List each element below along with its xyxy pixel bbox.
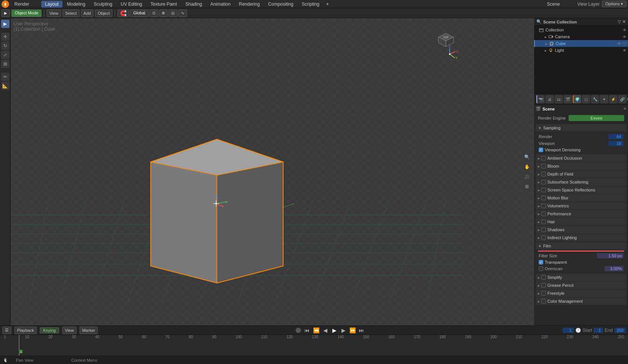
current-frame-display[interactable]: 1 xyxy=(563,328,574,333)
playback-menu[interactable]: Playback xyxy=(14,327,37,334)
section-checkbox-2[interactable] xyxy=(541,172,546,176)
workspace-tab-scripting[interactable]: Scripting xyxy=(298,1,323,8)
camera-view-btn[interactable]: 🎥 xyxy=(523,173,531,181)
viewport-denoising-checkbox[interactable] xyxy=(539,148,543,152)
modifier-props-icon[interactable]: 🔧 xyxy=(591,95,599,103)
physics-icon[interactable]: ⚡ xyxy=(609,95,617,103)
snap-icon[interactable]: 🧲 xyxy=(117,9,129,17)
play-btn[interactable]: ▶ xyxy=(331,327,337,333)
after-section-checkbox-3[interactable] xyxy=(541,299,546,303)
section-checkbox-5[interactable] xyxy=(541,196,546,200)
annotate-tool[interactable]: ✏ xyxy=(1,73,9,81)
render-value[interactable]: 64 xyxy=(608,134,623,139)
after-section-color-management[interactable]: ▸Color Management xyxy=(536,297,626,305)
section-screen-space-reflections[interactable]: ▸Screen Space Reflections xyxy=(536,186,626,194)
keying-menu[interactable]: Keying xyxy=(40,327,59,333)
jump-start-btn[interactable]: ⏮ xyxy=(304,327,310,333)
filter-size-value[interactable]: 1.50 px xyxy=(597,253,623,258)
object-menu[interactable]: Object xyxy=(95,9,112,17)
transform-tool[interactable]: ⊞ xyxy=(1,60,9,68)
view-layer-icon[interactable]: 🗂 xyxy=(555,95,563,103)
workspace-tab-animation[interactable]: Animation xyxy=(207,1,234,8)
constraints-icon[interactable]: 🔗 xyxy=(618,95,626,103)
workspace-tab-compositing[interactable]: Compositing xyxy=(264,1,297,8)
scene-close-icon[interactable]: ✕ xyxy=(623,106,626,111)
section-ambient-occlusion[interactable]: ▸Ambient Occlusion xyxy=(536,154,626,162)
prev-keyframe-btn[interactable]: ⏪ xyxy=(313,327,319,333)
workspace-tab-layout[interactable]: Layout xyxy=(41,1,62,8)
view-menu[interactable]: View xyxy=(47,9,61,17)
workspace-tab-shading[interactable]: Shading xyxy=(182,1,206,8)
after-section-checkbox-2[interactable] xyxy=(541,291,546,296)
film-section-header[interactable]: ▼ Film xyxy=(536,242,626,250)
overscan-checkbox[interactable] xyxy=(539,266,543,271)
visibility-icon-2[interactable]: 👁 xyxy=(617,42,621,46)
section-checkbox-8[interactable] xyxy=(541,219,546,224)
section-checkbox-0[interactable] xyxy=(541,156,546,160)
select-menu[interactable]: Select xyxy=(62,9,79,17)
end-value[interactable]: 250 xyxy=(614,328,626,333)
add-menu[interactable]: Add xyxy=(81,9,94,17)
next-frame-btn[interactable]: ▶ xyxy=(340,327,346,333)
extras-btn[interactable]: ∿ xyxy=(178,9,187,17)
view-menu-timeline[interactable]: View xyxy=(62,327,76,334)
render-engine-value[interactable]: Eevee xyxy=(569,115,624,121)
section-checkbox-1[interactable] xyxy=(541,164,546,168)
section-shadows[interactable]: ▸Shadows xyxy=(536,226,626,233)
add-workspace-tab[interactable]: + xyxy=(324,1,331,8)
timeline-main[interactable]: 1102030405060708090100110120130140150160… xyxy=(0,335,628,356)
pivot-btn[interactable]: ⊙ xyxy=(150,9,158,17)
overscan-value[interactable]: 3.00% xyxy=(605,266,623,271)
visibility-icon-3[interactable]: 👁 xyxy=(623,48,626,53)
workspace-tab-sculpting[interactable]: Sculpting xyxy=(90,1,116,8)
jump-end-btn[interactable]: ⏭ xyxy=(358,327,365,333)
marker-menu[interactable]: Marker xyxy=(79,327,98,334)
rotate-tool[interactable]: ↻ xyxy=(1,42,9,50)
menu-item-render[interactable]: Render xyxy=(11,1,34,8)
visibility-icon-0[interactable]: 👁 xyxy=(623,28,626,32)
world-props-icon[interactable]: 🌍 xyxy=(573,95,581,103)
measure-tool[interactable]: 📐 xyxy=(1,82,9,90)
object-mode-select[interactable]: Object Mode xyxy=(11,9,42,17)
grid-view-btn[interactable]: ⊞ xyxy=(523,182,531,191)
sampling-section-header[interactable]: ▼ Sampling xyxy=(536,124,626,132)
section-checkbox-7[interactable] xyxy=(541,212,546,216)
section-hair[interactable]: ▸Hair xyxy=(536,218,626,226)
workspace-tab-modeling[interactable]: Modeling xyxy=(63,1,89,8)
start-value[interactable]: 1 xyxy=(594,328,603,333)
outliner-item-0[interactable]: Collection👁 xyxy=(534,26,628,33)
output-props-icon[interactable]: 🖨 xyxy=(545,95,554,103)
section-volumetrics[interactable]: ▸Volumetrics xyxy=(536,202,626,210)
section-checkbox-6[interactable] xyxy=(541,204,546,208)
outliner-item-2[interactable]: ▸Cube👁🛡 xyxy=(534,40,628,47)
transparent-checkbox[interactable] xyxy=(539,260,543,264)
render-props-icon[interactable]: 📷 xyxy=(536,95,545,103)
workspace-tab-uv-editing[interactable]: UV Editing xyxy=(117,1,146,8)
after-section-simplify[interactable]: ▸Simplify xyxy=(536,274,626,281)
outliner-filter-icon[interactable]: ▽ xyxy=(618,19,621,24)
workspace-tab-rendering[interactable]: Rendering xyxy=(235,1,263,8)
mode-indicator-btn[interactable]: ▶ xyxy=(2,9,10,17)
after-section-checkbox-1[interactable] xyxy=(541,283,546,288)
snap-options-btn[interactable]: ⊕ xyxy=(159,9,168,17)
scale-tool[interactable]: ⤢ xyxy=(1,51,9,59)
section-bloom[interactable]: ▸Bloom xyxy=(536,162,626,170)
section-depth-of-field[interactable]: ▸Depth of Field xyxy=(536,170,626,178)
pan-btn[interactable]: ✋ xyxy=(523,163,531,171)
outliner-item-1[interactable]: ▸Camera👁 xyxy=(534,33,628,40)
visibility-icon-1[interactable]: 👁 xyxy=(623,35,626,39)
move-tool[interactable]: ✛ xyxy=(1,33,9,41)
zoom-in-btn[interactable]: 🔍 xyxy=(523,153,531,161)
prev-frame-btn[interactable]: ◀ xyxy=(322,327,328,333)
outliner-item-3[interactable]: ▸Light👁 xyxy=(534,47,628,54)
section-checkbox-10[interactable] xyxy=(541,235,546,240)
after-section-checkbox-0[interactable] xyxy=(541,275,546,280)
timeline-menu-btn[interactable]: ☰ xyxy=(2,327,11,334)
scene-props-icon[interactable]: 🎬 xyxy=(564,95,572,103)
cursor-tool[interactable]: ▶ xyxy=(1,20,9,28)
after-section-grease-pencil[interactable]: ▸Grease Pencil xyxy=(536,282,626,289)
section-motion-blur[interactable]: ▸Motion Blur xyxy=(536,194,626,202)
object-props-icon[interactable]: ◻ xyxy=(582,95,590,103)
3d-viewport[interactable]: User Perspective (1) Collection | Cube xyxy=(11,18,534,325)
section-subsurface-scattering[interactable]: ▸Subsurface Scattering xyxy=(536,178,626,186)
